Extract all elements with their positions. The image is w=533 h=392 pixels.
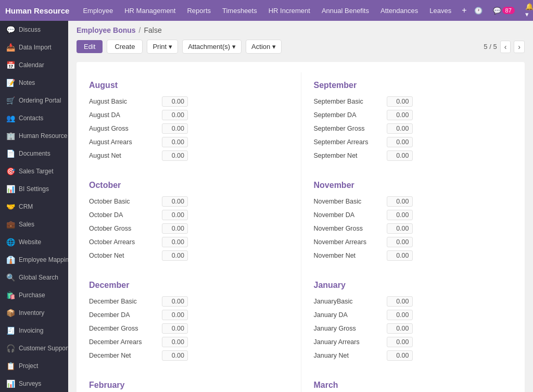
- sidebar-item-data-import[interactable]: 📥 Data Import: [0, 39, 68, 56]
- field-value-august-2: 0.00: [162, 123, 188, 134]
- month-title-november: November: [314, 181, 513, 190]
- sidebar-label-9: BI Settings: [19, 185, 49, 193]
- edit-button[interactable]: Edit: [77, 40, 103, 53]
- month-section-november: November November Basic 0.00 November DA…: [301, 172, 513, 272]
- field-label-december-2: December Gross: [89, 325, 162, 332]
- breadcrumb-main[interactable]: Employee Bonus: [77, 26, 136, 34]
- sidebar-item-customer-support[interactable]: 🎧 Customer Support: [0, 339, 68, 357]
- field-value-september-0: 0.00: [387, 96, 413, 107]
- field-label-august-2: August Gross: [89, 125, 162, 132]
- month-section-september: September September Basic 0.00 September…: [301, 72, 513, 172]
- field-value-september-3: 0.00: [387, 137, 413, 147]
- sidebar-item-sales-target[interactable]: 🎯 Sales Target: [0, 162, 68, 180]
- field-label-august-1: August DA: [89, 111, 162, 119]
- field-row-december-1: December DA 0.00: [89, 310, 288, 320]
- sidebar-item-discuss[interactable]: 💬 Discuss: [0, 21, 68, 39]
- pagination-text: 5 / 5: [484, 43, 497, 50]
- sidebar-item-employee-mapping[interactable]: 👔 Employee Mapping: [0, 251, 68, 269]
- sidebar-icon-8: 🎯: [6, 167, 15, 175]
- field-row-october-0: October Basic 0.00: [89, 196, 288, 207]
- field-label-november-0: November Basic: [314, 198, 387, 205]
- field-label-november-3: November Arrears: [314, 238, 387, 246]
- sidebar-item-contacts[interactable]: 👥 Contacts: [0, 109, 68, 127]
- main-layout: 💬 Discuss 📥 Data Import 📅 Calendar 📝 Not…: [0, 21, 533, 392]
- nav-leaves[interactable]: Leaves: [424, 0, 456, 21]
- sidebar-item-ordering-portal[interactable]: 🛒 Ordering Portal: [0, 92, 68, 109]
- field-value-january-1: 0.00: [387, 310, 413, 320]
- sidebar-item-human-resource[interactable]: 🏢 Human Resource: [0, 127, 68, 145]
- sidebar-icon-12: 🌐: [6, 238, 15, 246]
- sidebar-label-20: Surveys: [19, 380, 41, 387]
- field-value-august-4: 0.00: [162, 150, 188, 161]
- month-section-march: March March Basic 0.00 March DA 0.00 Mar…: [301, 372, 513, 392]
- sidebar-icon-3: 📝: [6, 79, 15, 87]
- field-label-august-3: August Arrears: [89, 138, 162, 146]
- sidebar-icon-9: 📊: [6, 185, 15, 193]
- field-label-january-0: JanuaryBasic: [314, 298, 387, 305]
- sidebar-icon-11: 💼: [6, 220, 15, 229]
- sidebar-label-17: Invoicing: [19, 327, 43, 334]
- create-button[interactable]: Create: [107, 40, 143, 54]
- next-button[interactable]: ›: [514, 41, 525, 53]
- sidebar-label-18: Customer Support: [19, 345, 68, 352]
- sidebar-item-calendar[interactable]: 📅 Calendar: [0, 56, 68, 74]
- sidebar-item-project[interactable]: 📋 Project: [0, 357, 68, 375]
- sidebar-item-invoicing[interactable]: 🧾 Invoicing: [0, 322, 68, 339]
- field-row-january-1: January DA 0.00: [314, 310, 513, 320]
- sidebar-icon-4: 🛒: [6, 96, 15, 105]
- nav-employee[interactable]: Employee: [78, 0, 118, 21]
- field-value-january-4: 0.00: [387, 350, 413, 361]
- attachments-button[interactable]: Attachment(s) ▾: [182, 40, 242, 54]
- sidebar-item-notes[interactable]: 📝 Notes: [0, 74, 68, 92]
- month-title-october: October: [89, 181, 288, 190]
- sidebar-label-16: Inventory: [19, 309, 44, 317]
- field-label-august-4: August Net: [89, 152, 162, 159]
- sidebar-item-inventory[interactable]: 📦 Inventory: [0, 304, 68, 322]
- field-value-december-1: 0.00: [162, 310, 188, 320]
- chat-icon[interactable]: 💬87: [490, 0, 518, 21]
- sidebar-item-documents[interactable]: 📄 Documents: [0, 145, 68, 162]
- nav-items: Employee HR Management Reports Timesheet…: [78, 0, 471, 21]
- field-value-august-3: 0.00: [162, 137, 188, 147]
- toolbar: Edit Create Print ▾ Attachment(s) ▾ Acti…: [68, 36, 533, 58]
- prev-button[interactable]: ‹: [500, 41, 511, 53]
- sidebar-icon-1: 📥: [6, 43, 15, 52]
- field-row-december-4: December Net 0.00: [89, 350, 288, 361]
- nav-right-section: 🕐 💬87 🔔 ▾ 👤 ADMINISTRATOR ▾: [471, 0, 533, 21]
- sidebar: 💬 Discuss 📥 Data Import 📅 Calendar 📝 Not…: [0, 21, 68, 392]
- field-row-december-2: December Gross 0.00: [89, 323, 288, 334]
- sidebar-icon-20: 📊: [6, 380, 15, 388]
- print-button[interactable]: Print ▾: [147, 40, 178, 54]
- nav-reports[interactable]: Reports: [182, 0, 216, 21]
- field-label-september-1: September DA: [314, 111, 387, 119]
- top-navigation: Human Resource Employee HR Management Re…: [0, 0, 533, 21]
- sidebar-item-crm[interactable]: 🤝 CRM: [0, 198, 68, 216]
- sidebar-item-global-search[interactable]: 🔍 Global Search: [0, 269, 68, 286]
- sidebar-label-4: Ordering Portal: [19, 97, 61, 104]
- nav-annual-benefits[interactable]: Annual Benefits: [316, 0, 374, 21]
- field-value-september-4: 0.00: [387, 150, 413, 161]
- sidebar-item-sales[interactable]: 💼 Sales: [0, 216, 68, 233]
- nav-attendances[interactable]: Attendances: [375, 0, 423, 21]
- sidebar-icon-16: 📦: [6, 309, 15, 317]
- nav-hr-management[interactable]: HR Management: [119, 0, 181, 21]
- sidebar-item-purchase[interactable]: 🛍️ Purchase: [0, 286, 68, 304]
- sidebar-item-bi-settings[interactable]: 📊 BI Settings: [0, 180, 68, 198]
- sidebar-item-surveys[interactable]: 📊 Surveys: [0, 375, 68, 392]
- sidebar-icon-14: 🔍: [6, 273, 15, 282]
- sidebar-label-13: Employee Mapping: [19, 256, 68, 263]
- clock-icon[interactable]: 🕐: [471, 0, 486, 21]
- nav-add-button[interactable]: +: [458, 0, 471, 21]
- brand-title: Human Resource: [5, 6, 69, 15]
- field-label-december-4: December Net: [89, 352, 162, 359]
- action-button[interactable]: Action ▾: [246, 40, 282, 54]
- sidebar-icon-10: 🤝: [6, 203, 15, 211]
- field-row-october-1: October DA 0.00: [89, 210, 288, 220]
- sidebar-icon-6: 🏢: [6, 132, 15, 140]
- nav-hr-increment[interactable]: HR Increment: [263, 0, 315, 21]
- field-value-september-2: 0.00: [387, 123, 413, 134]
- field-value-november-1: 0.00: [387, 210, 413, 220]
- bell-icon[interactable]: 🔔 ▾: [522, 0, 533, 21]
- nav-timesheets[interactable]: Timesheets: [217, 0, 262, 21]
- sidebar-item-website[interactable]: 🌐 Website: [0, 233, 68, 251]
